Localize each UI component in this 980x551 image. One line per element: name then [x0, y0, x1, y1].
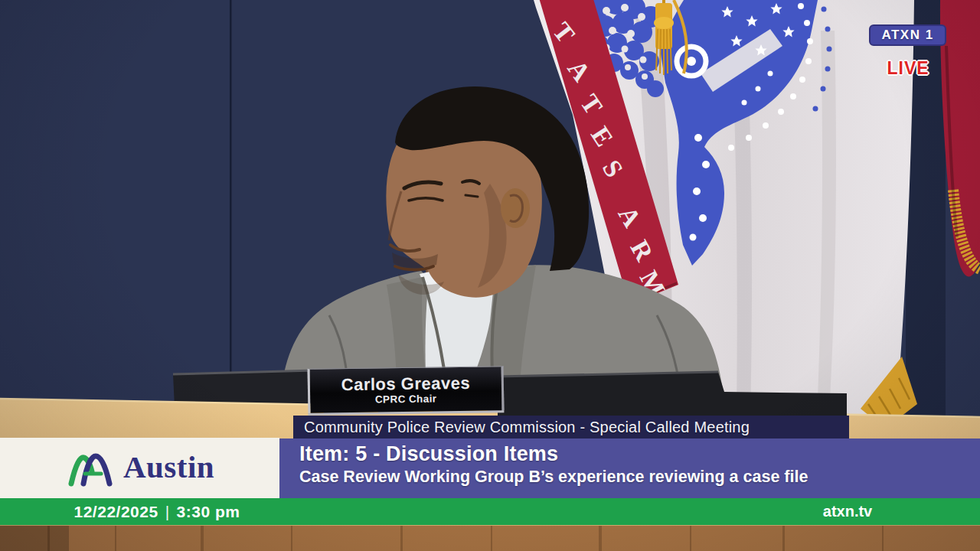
agenda-item-title: Item: 5 - Discussion Items	[299, 442, 980, 466]
agenda-item-subtitle: Case Review Working Group B’s experience…	[299, 468, 980, 487]
station-website: atxn.tv	[786, 498, 909, 525]
city-logo-card: Austin	[0, 438, 279, 498]
broadcast-time: 3:30 pm	[177, 503, 240, 521]
wall-panel-seam	[230, 0, 232, 417]
nameplate-name: Carlos Greaves	[341, 373, 471, 393]
datetime-separator: |	[165, 503, 170, 521]
channel-badge: ATXN 1	[869, 24, 946, 46]
city-logo-wordmark: Austin	[123, 448, 214, 485]
agenda-item-bar: Item: 5 - Discussion Items Case Review W…	[279, 439, 980, 498]
broadcast-video-frame: T A T E S A R M	[0, 0, 980, 551]
meeting-title-bar: Community Police Review Commission - Spe…	[293, 416, 849, 439]
desk-front-wood	[0, 526, 980, 551]
ticker-bar: 12/22/2025 | 3:30 pm atxn.tv	[0, 498, 980, 525]
broadcast-datetime: 12/22/2025 | 3:30 pm	[31, 498, 283, 525]
live-indicator: LIVE	[880, 57, 936, 80]
nameplate-title: CPRC Chair	[375, 393, 437, 406]
broadcast-date: 12/22/2025	[74, 503, 158, 521]
austin-logo-icon	[65, 450, 114, 487]
speaker-nameplate: Carlos Greaves CPRC Chair	[308, 366, 505, 413]
